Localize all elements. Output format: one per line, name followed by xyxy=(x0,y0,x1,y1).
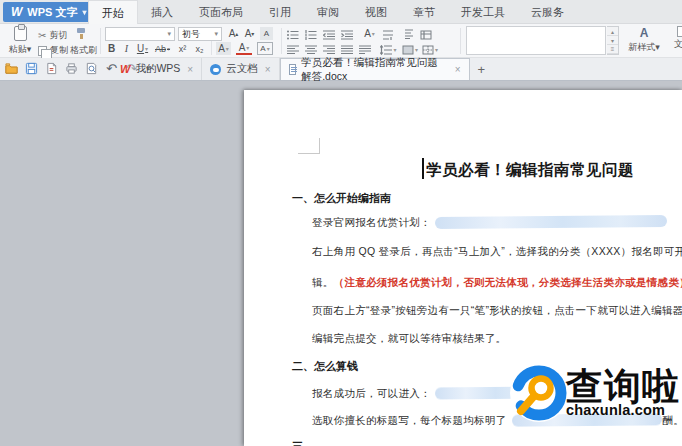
watermark-url: chaxunla.com xyxy=(566,402,680,418)
scissors-icon: ✂ xyxy=(38,30,46,41)
increase-indent-icon[interactable] xyxy=(341,28,353,41)
numbered-list-icon[interactable] xyxy=(305,28,317,41)
new-style-icon: A xyxy=(640,26,649,40)
section-heading-3-clipped: 三、…… xyxy=(292,439,336,446)
show-marks-icon[interactable] xyxy=(420,28,432,41)
shading-button[interactable]: ▾ xyxy=(402,43,418,56)
document-workspace: 学员必看！编辑指南常见问题 一、怎么开始编指南 登录官网报名优赏计划： 右上角用… xyxy=(0,81,682,446)
justify-icon[interactable] xyxy=(341,43,353,56)
gallery-scroll-up-icon[interactable]: ▴ xyxy=(607,27,618,36)
underline-button[interactable]: U▾ xyxy=(135,42,150,55)
close-tab-icon[interactable]: × xyxy=(187,64,193,75)
chevron-down-icon: ▾ xyxy=(82,8,86,17)
text-tool-icon xyxy=(677,26,682,37)
new-tab-button[interactable]: + xyxy=(470,58,494,80)
char-border-button[interactable]: A▾ xyxy=(257,42,273,55)
styles-gallery[interactable] xyxy=(466,26,606,55)
chaxunla-logo-icon xyxy=(508,362,570,424)
watermark-text: 查询啦 chaxunla.com xyxy=(566,368,680,418)
open-file-icon[interactable] xyxy=(4,61,19,76)
cloud-docs-icon xyxy=(210,64,221,75)
redacted-link xyxy=(435,215,667,229)
document-icon xyxy=(289,64,297,75)
paste-button[interactable]: 粘贴▾ xyxy=(6,26,34,56)
paragraph-submit: 编辑完点提交，就可以等待审核结果了。 xyxy=(312,332,506,346)
export-pdf-icon[interactable] xyxy=(44,61,59,76)
close-tab-icon[interactable]: × xyxy=(265,64,271,75)
font-color-button[interactable]: A▾ xyxy=(236,42,252,55)
tab-developer[interactable]: 开发工具 xyxy=(448,0,518,24)
bold-button[interactable]: B xyxy=(105,42,118,55)
section-heading-1: 一、怎么开始编指南 xyxy=(292,191,391,206)
wps-window: W WPS 文字 ▾ 开始 插入 页面布局 引用 审阅 视图 章节 开发工具 云… xyxy=(0,0,682,446)
copy-button[interactable]: 复制 xyxy=(38,44,68,57)
char-shading-button[interactable]: A▾ xyxy=(216,42,231,55)
font-name-select[interactable]: ▾ xyxy=(105,27,175,41)
margin-corner-mark xyxy=(298,138,320,154)
tab-references[interactable]: 引用 xyxy=(256,0,304,24)
save-icon[interactable] xyxy=(24,61,39,76)
tab-insert[interactable]: 插入 xyxy=(138,0,186,24)
clipboard-icon xyxy=(14,26,27,41)
red-warning-text: （注意必须报名优赏计划，否则无法体现，分类选择生活类亦或是情感类） xyxy=(334,276,682,288)
open-document-tabs: W 我的WPS × 云文档 × 学员必看！编辑指南常见问题解答.docx × + xyxy=(112,58,493,80)
format-painter-button[interactable] xyxy=(76,28,87,39)
text-tool-button[interactable]: 文字 xyxy=(668,26,682,51)
tab-my-wps[interactable]: W 我的WPS × xyxy=(112,58,202,80)
tab-review[interactable]: 审阅 xyxy=(304,0,352,24)
print-icon[interactable] xyxy=(64,61,79,76)
sort-button[interactable] xyxy=(402,27,416,40)
text-cursor xyxy=(422,158,424,179)
tab-page-layout[interactable]: 页面布局 xyxy=(186,0,256,24)
align-center-icon[interactable] xyxy=(305,43,317,56)
align-right-icon[interactable] xyxy=(323,43,335,56)
text-direction-button[interactable]: A▾ xyxy=(361,27,378,40)
close-tab-icon[interactable]: × xyxy=(455,64,461,75)
wps-app-menu-button[interactable]: W WPS 文字 ▾ xyxy=(3,2,94,22)
title-bar: W WPS 文字 ▾ 开始 插入 页面布局 引用 审阅 视图 章节 开发工具 云… xyxy=(0,0,682,24)
app-title: WPS 文字 xyxy=(27,5,77,20)
tab-cloud-service[interactable]: 云服务 xyxy=(518,0,577,24)
tab-view[interactable]: 视图 xyxy=(352,0,400,24)
copy-icon xyxy=(38,46,47,56)
tab-section[interactable]: 章节 xyxy=(400,0,448,24)
superscript-button[interactable]: x² xyxy=(175,42,190,55)
align-left-icon[interactable] xyxy=(287,43,299,56)
chaxunla-watermark: 查询啦 chaxunla.com xyxy=(508,360,682,426)
increase-font-icon[interactable]: A▴ xyxy=(226,27,241,40)
tab-home[interactable]: 开始 xyxy=(88,0,138,24)
wps-home-icon: W xyxy=(120,63,130,75)
ribbon-toolbar: 粘贴▾ ✂ 剪切 复制 格式刷 ▾ 初号▾ A▴ A▾ A xyxy=(0,24,682,58)
subscript-button[interactable]: x₂ xyxy=(192,42,207,55)
styles-gallery-scroll: ▴ ▾ ≡ xyxy=(607,26,619,55)
italic-button[interactable]: I xyxy=(121,42,132,55)
decrease-indent-icon[interactable] xyxy=(323,28,335,41)
gallery-scroll-down-icon[interactable]: ▾ xyxy=(607,36,618,45)
wps-logo-icon: W xyxy=(11,5,22,19)
cut-button[interactable]: ✂ 剪切 xyxy=(38,29,67,42)
format-painter-label[interactable]: 格式刷 xyxy=(70,44,97,57)
print-preview-icon[interactable] xyxy=(84,61,99,76)
section-heading-2: 二、怎么算钱 xyxy=(292,359,358,374)
document-tab-bar: ↶ ↷ ▾ W 我的WPS × 云文档 × 学员必看！编辑指南常见问题解答.do… xyxy=(0,58,682,81)
tab-current-document[interactable]: 学员必看！编辑指南常见问题解答.docx × xyxy=(280,58,470,80)
paragraph-pen-button: 页面右上方“登录”按钮旁边有一只“笔”形状的按钮，点击一下就可以进入编辑器 xyxy=(312,304,682,318)
new-style-button[interactable]: A 新样式▾ xyxy=(624,26,664,54)
paragraph-signup: 登录官网报名优赏计划： xyxy=(312,216,667,230)
gallery-more-icon[interactable]: ≡ xyxy=(607,45,618,54)
pinyin-guide-icon[interactable]: A xyxy=(260,27,273,40)
line-break-icon[interactable] xyxy=(382,28,394,41)
decrease-font-icon[interactable]: A▾ xyxy=(242,27,257,40)
bullet-list-icon[interactable] xyxy=(287,28,299,41)
strikethrough-button[interactable]: Ab▾ xyxy=(153,42,172,55)
ribbon-menu-tabs: 开始 插入 页面布局 引用 审阅 视图 章节 开发工具 云服务 xyxy=(88,0,577,24)
distribute-icon[interactable] xyxy=(359,43,371,56)
borders-button[interactable]: ▾ xyxy=(422,43,438,56)
paragraph-note: 辑。（注意必须报名优赏计划，否则无法体现，分类选择生活类亦或是情感类） xyxy=(312,276,682,290)
font-size-select[interactable]: 初号▾ xyxy=(178,27,222,41)
line-spacing-button[interactable]: ▾ xyxy=(380,43,397,56)
document-page[interactable]: 学员必看！编辑指南常见问题 一、怎么开始编指南 登录官网报名优赏计划： 右上角用… xyxy=(244,90,682,446)
tab-cloud-docs[interactable]: 云文档 × xyxy=(202,58,279,80)
format-painter-icon xyxy=(76,28,87,39)
document-title: 学员必看！编辑指南常见问题 xyxy=(426,160,634,181)
